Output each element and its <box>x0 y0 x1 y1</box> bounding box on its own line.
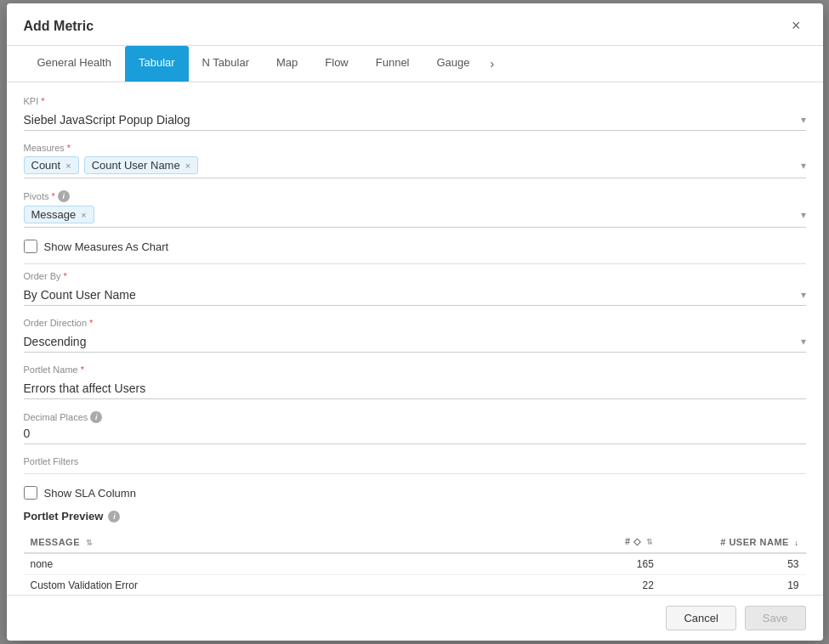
order-direction-label: Order Direction* <box>24 318 806 328</box>
order-direction-value: Descending <box>24 335 87 348</box>
measures-label: Measures* <box>24 143 806 153</box>
row-2-user-name: 19 <box>661 575 806 596</box>
tab-gauge[interactable]: Gauge <box>423 46 484 82</box>
show-measures-chart-checkbox[interactable] <box>24 240 37 253</box>
show-measures-chart-label[interactable]: Show Measures As Chart <box>44 240 169 253</box>
col-count: # ◇ ⇅ <box>593 531 660 553</box>
pivot-tag-message-remove[interactable]: × <box>81 210 86 220</box>
measure-tag-count-user-name-label: Count User Name <box>92 159 180 172</box>
tab-more-button[interactable]: › <box>484 47 502 81</box>
table-header-row: MESSAGE ⇅ # ◇ ⇅ # USER NAME ↓ <box>24 531 806 553</box>
pivots-tags-container: Message × <box>24 206 801 223</box>
tab-flow[interactable]: Flow <box>311 46 361 82</box>
add-metric-modal: Add Metric × General Health Tabular N Ta… <box>7 3 823 641</box>
pivot-tag-message-label: Message <box>31 208 77 221</box>
modal-header: Add Metric × <box>7 3 823 46</box>
measure-tag-count-user-name-remove[interactable]: × <box>185 161 190 171</box>
pivot-tag-message: Message × <box>24 206 94 223</box>
tab-tabular[interactable]: Tabular <box>125 46 189 82</box>
measures-tags-row: Count × Count User Name × ▾ <box>24 156 806 178</box>
measures-dropdown-arrow: ▾ <box>801 160 806 172</box>
cancel-button[interactable]: Cancel <box>666 606 735 630</box>
order-by-dropdown[interactable]: By Count User Name ▾ <box>24 285 806 306</box>
pivots-group: Pivots* i Message × ▾ <box>24 190 806 228</box>
decimal-places-label: Decimal Places i <box>24 411 806 423</box>
portlet-filters-label: Portlet Filters <box>24 456 806 466</box>
kpi-value: Siebel JavaScript Popup Dialog <box>24 113 190 127</box>
order-by-value: By Count User Name <box>24 288 136 302</box>
tab-map[interactable]: Map <box>263 46 311 82</box>
order-by-dropdown-arrow: ▾ <box>801 289 806 301</box>
show-measures-chart-row: Show Measures As Chart <box>24 240 806 253</box>
row-2-message: Custom Validation Error <box>24 575 594 596</box>
close-button[interactable]: × <box>786 15 806 37</box>
portlet-name-field[interactable]: Errors that affect Users <box>24 378 806 399</box>
pivots-label: Pivots* i <box>24 190 806 202</box>
portlet-filters-group: Portlet Filters <box>24 456 806 474</box>
portlet-preview-section: Portlet Preview i MESSAGE ⇅ # ◇ ⇅ <box>24 510 806 595</box>
decimal-places-value: 0 <box>24 427 31 440</box>
modal-title: Add Metric <box>24 19 94 34</box>
portlet-name-label: Portlet Name* <box>24 364 806 375</box>
measures-group: Measures* Count × Count User Name × ▾ <box>24 143 806 178</box>
portlet-preview-table: MESSAGE ⇅ # ◇ ⇅ # USER NAME ↓ <box>24 531 806 595</box>
pivots-tags-row: Message × ▾ <box>24 206 806 228</box>
portlet-filters-divider <box>24 473 806 474</box>
tab-funnel[interactable]: Funnel <box>362 46 423 82</box>
row-1-user-name: 53 <box>661 553 806 575</box>
count-sort-icon[interactable]: ⇅ <box>646 538 654 546</box>
modal-body: KPI* Siebel JavaScript Popup Dialog ▾ Me… <box>7 82 823 595</box>
kpi-label: KPI* <box>24 96 806 106</box>
kpi-group: KPI* Siebel JavaScript Popup Dialog ▾ <box>24 96 806 131</box>
order-direction-dropdown-arrow: ▾ <box>801 336 806 347</box>
kpi-dropdown[interactable]: Siebel JavaScript Popup Dialog ▾ <box>24 110 806 131</box>
measure-tag-count-label: Count <box>31 159 61 172</box>
portlet-preview-info-icon[interactable]: i <box>108 511 120 523</box>
col-message: MESSAGE ⇅ <box>24 531 594 553</box>
show-sla-column-checkbox[interactable] <box>24 486 37 500</box>
show-sla-column-row: Show SLA Column <box>24 486 806 500</box>
user-name-sort-icon[interactable]: ↓ <box>795 539 799 547</box>
tab-bar: General Health Tabular N Tabular Map Flo… <box>7 46 823 82</box>
measure-tag-count: Count × <box>24 156 79 174</box>
save-button[interactable]: Save <box>745 606 806 630</box>
measures-tags-container: Count × Count User Name × <box>24 156 801 174</box>
message-sort-icon[interactable]: ⇅ <box>86 539 94 547</box>
portlet-name-group: Portlet Name* Errors that affect Users <box>24 364 806 399</box>
divider-1 <box>24 263 806 264</box>
show-sla-column-label[interactable]: Show SLA Column <box>44 487 136 500</box>
pivots-info-icon[interactable]: i <box>58 190 70 202</box>
row-1-count: 165 <box>593 553 660 575</box>
order-by-label: Order By* <box>24 271 806 281</box>
portlet-name-value: Errors that affect Users <box>24 381 146 395</box>
table-row: Custom Validation Error 22 19 <box>24 575 806 596</box>
tab-general-health[interactable]: General Health <box>24 46 125 82</box>
measure-tag-count-remove[interactable]: × <box>65 161 71 171</box>
order-direction-group: Order Direction* Descending ▾ <box>24 318 806 353</box>
order-by-group: Order By* By Count User Name ▾ <box>24 271 806 306</box>
modal-footer: Cancel Save <box>7 595 823 641</box>
pivots-dropdown-arrow: ▾ <box>801 209 806 221</box>
row-2-count: 22 <box>593 575 660 596</box>
table-row: none 165 53 <box>24 553 806 575</box>
measure-tag-count-user-name: Count User Name × <box>84 156 198 174</box>
col-user-name: # USER NAME ↓ <box>661 531 806 553</box>
portlet-preview-title: Portlet Preview i <box>24 510 806 523</box>
row-1-message: none <box>24 553 594 575</box>
decimal-places-info-icon[interactable]: i <box>90 411 102 423</box>
tab-n-tabular[interactable]: N Tabular <box>189 46 263 82</box>
decimal-places-group: Decimal Places i 0 <box>24 411 806 444</box>
order-direction-dropdown[interactable]: Descending ▾ <box>24 331 806 353</box>
kpi-dropdown-arrow: ▾ <box>801 114 806 126</box>
